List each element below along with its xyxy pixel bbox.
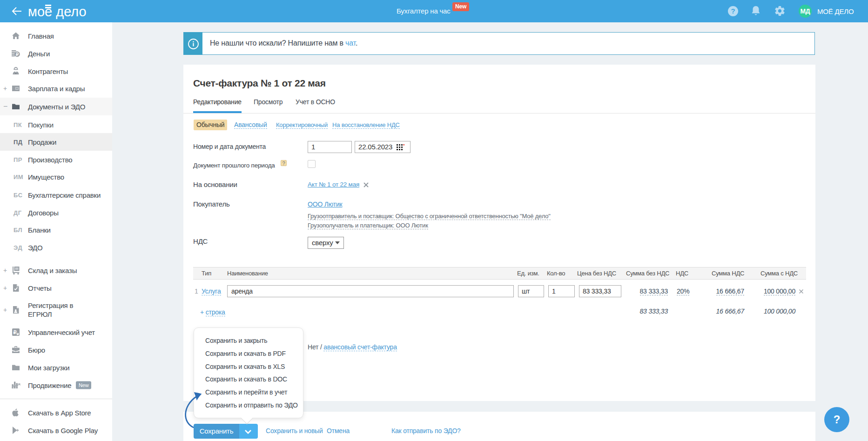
svg-text:₽: ₽ [13,329,17,335]
svg-text:?: ? [731,7,735,15]
svg-text:₽: ₽ [16,52,19,57]
